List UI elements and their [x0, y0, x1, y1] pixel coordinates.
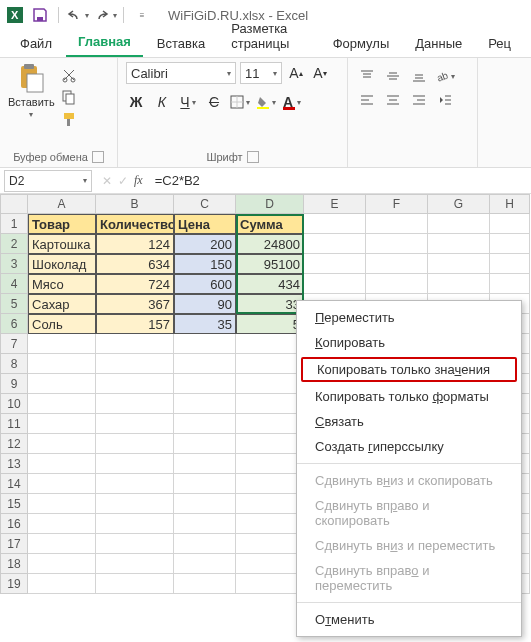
- cell[interactable]: [174, 394, 236, 414]
- row-header[interactable]: 7: [0, 334, 28, 354]
- cell[interactable]: [28, 554, 96, 574]
- cell[interactable]: [428, 214, 490, 234]
- cell[interactable]: [96, 434, 174, 454]
- cell[interactable]: [304, 274, 366, 294]
- cell[interactable]: [236, 514, 304, 534]
- save-button[interactable]: [28, 3, 52, 27]
- align-bottom-button[interactable]: [408, 66, 430, 86]
- cell[interactable]: [96, 414, 174, 434]
- cell[interactable]: [174, 554, 236, 574]
- align-center-button[interactable]: [382, 90, 404, 110]
- cell[interactable]: [366, 214, 428, 234]
- undo-button[interactable]: ▾: [65, 3, 89, 27]
- cell[interactable]: [174, 414, 236, 434]
- cell[interactable]: [174, 434, 236, 454]
- col-header[interactable]: F: [366, 194, 428, 214]
- cell[interactable]: 367: [96, 294, 174, 314]
- cell[interactable]: [28, 534, 96, 554]
- fx-button[interactable]: fx: [134, 173, 143, 188]
- cell[interactable]: Шоколад: [28, 254, 96, 274]
- ctx-cancel[interactable]: Отменить: [297, 607, 521, 632]
- cell[interactable]: [236, 494, 304, 514]
- cell[interactable]: [174, 334, 236, 354]
- align-left-button[interactable]: [356, 90, 378, 110]
- row-header[interactable]: 11: [0, 414, 28, 434]
- cell[interactable]: [28, 374, 96, 394]
- cell[interactable]: [428, 234, 490, 254]
- cell[interactable]: [96, 454, 174, 474]
- cell[interactable]: Цена: [174, 214, 236, 234]
- borders-button[interactable]: ▾: [230, 92, 250, 112]
- row-header[interactable]: 16: [0, 514, 28, 534]
- cell[interactable]: [28, 574, 96, 594]
- ctx-copy[interactable]: Копировать: [297, 330, 521, 355]
- font-color-button[interactable]: A▾: [282, 92, 302, 112]
- font-launcher[interactable]: [247, 151, 259, 163]
- increase-font-button[interactable]: A▴: [286, 63, 306, 83]
- ctx-copy-formats[interactable]: Копировать только форматы: [297, 384, 521, 409]
- underline-button[interactable]: Ч▾: [178, 92, 198, 112]
- row-header[interactable]: 9: [0, 374, 28, 394]
- cell[interactable]: 24800: [236, 234, 304, 254]
- cell[interactable]: [236, 454, 304, 474]
- cell[interactable]: [236, 354, 304, 374]
- cell[interactable]: [28, 354, 96, 374]
- select-all-corner[interactable]: [0, 194, 28, 214]
- cell[interactable]: [490, 254, 530, 274]
- cell[interactable]: 150: [174, 254, 236, 274]
- decrease-indent-button[interactable]: [434, 90, 456, 110]
- cell[interactable]: [28, 454, 96, 474]
- tab-data[interactable]: Данные: [403, 30, 474, 57]
- cell[interactable]: [96, 574, 174, 594]
- cell[interactable]: Соль: [28, 314, 96, 334]
- tab-insert[interactable]: Вставка: [145, 30, 217, 57]
- cell[interactable]: [96, 474, 174, 494]
- cell[interactable]: [304, 214, 366, 234]
- tab-layout[interactable]: Разметка страницы: [219, 15, 319, 57]
- align-middle-button[interactable]: [382, 66, 404, 86]
- cell[interactable]: [366, 274, 428, 294]
- ctx-hyperlink[interactable]: Создать гиперссылку: [297, 434, 521, 459]
- paste-dropdown[interactable]: ▾: [29, 110, 33, 119]
- ctx-move[interactable]: Переместить: [297, 305, 521, 330]
- col-header[interactable]: E: [304, 194, 366, 214]
- ctx-copy-values[interactable]: Копировать только значения: [301, 357, 517, 382]
- row-header[interactable]: 15: [0, 494, 28, 514]
- cell[interactable]: [236, 534, 304, 554]
- cell[interactable]: [366, 234, 428, 254]
- cell[interactable]: [96, 534, 174, 554]
- col-header[interactable]: D: [236, 194, 304, 214]
- cell[interactable]: 5: [236, 314, 304, 334]
- cell[interactable]: Товар: [28, 214, 96, 234]
- cell[interactable]: [236, 334, 304, 354]
- row-header[interactable]: 6: [0, 314, 28, 334]
- col-header[interactable]: H: [490, 194, 530, 214]
- cell[interactable]: Сахар: [28, 294, 96, 314]
- cell[interactable]: [174, 514, 236, 534]
- cell[interactable]: 33: [236, 294, 304, 314]
- cell[interactable]: [28, 474, 96, 494]
- cell[interactable]: 434: [236, 274, 304, 294]
- cell[interactable]: [236, 414, 304, 434]
- cell[interactable]: [490, 214, 530, 234]
- cell[interactable]: [236, 474, 304, 494]
- cell[interactable]: [490, 274, 530, 294]
- tab-review[interactable]: Рец: [476, 30, 523, 57]
- cell[interactable]: [174, 574, 236, 594]
- cell[interactable]: [174, 474, 236, 494]
- cell[interactable]: [96, 374, 174, 394]
- cell[interactable]: [174, 354, 236, 374]
- cell[interactable]: [174, 534, 236, 554]
- col-header[interactable]: B: [96, 194, 174, 214]
- bold-button[interactable]: Ж: [126, 92, 146, 112]
- cell[interactable]: [236, 554, 304, 574]
- redo-button[interactable]: ▾: [93, 3, 117, 27]
- cell[interactable]: 124: [96, 234, 174, 254]
- name-box[interactable]: D2▾: [4, 170, 92, 192]
- row-header[interactable]: 12: [0, 434, 28, 454]
- row-header[interactable]: 8: [0, 354, 28, 374]
- clipboard-launcher[interactable]: [92, 151, 104, 163]
- cell[interactable]: 95100: [236, 254, 304, 274]
- font-size-select[interactable]: 11▾: [240, 62, 282, 84]
- qat-customize-button[interactable]: ≡: [130, 3, 154, 27]
